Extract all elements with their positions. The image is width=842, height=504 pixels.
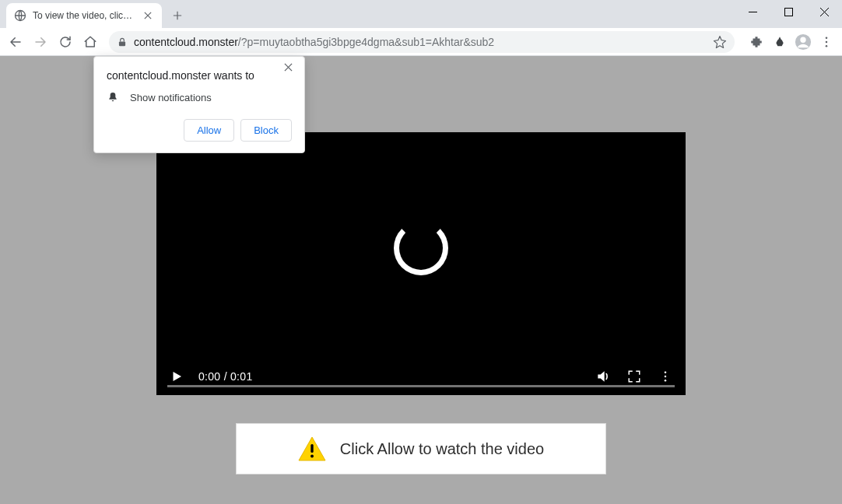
lock-icon bbox=[117, 37, 128, 47]
loading-spinner-icon bbox=[394, 221, 448, 275]
svg-point-8 bbox=[665, 371, 667, 373]
allow-button[interactable]: Allow bbox=[184, 119, 234, 142]
bell-icon bbox=[107, 91, 119, 103]
svg-point-5 bbox=[826, 37, 828, 39]
new-tab-button[interactable] bbox=[167, 5, 188, 26]
svg-rect-1 bbox=[784, 8, 792, 16]
permission-label: Show notifications bbox=[130, 92, 212, 103]
extension-item-icon[interactable] bbox=[769, 31, 791, 53]
titlebar: To view the video, click the Allow bbox=[0, 0, 842, 28]
globe-icon bbox=[14, 9, 26, 22]
forward-button[interactable] bbox=[30, 31, 51, 53]
profile-button[interactable] bbox=[792, 31, 814, 53]
video-controls: 0:00 / 0:01 bbox=[156, 358, 686, 395]
svg-point-6 bbox=[826, 40, 828, 43]
bookmark-star-icon[interactable] bbox=[713, 35, 727, 49]
svg-point-9 bbox=[665, 376, 667, 378]
reload-button[interactable] bbox=[54, 31, 76, 53]
svg-point-10 bbox=[665, 380, 667, 382]
warning-icon bbox=[298, 436, 326, 461]
toolbar-right bbox=[746, 31, 837, 53]
minimize-button[interactable] bbox=[735, 0, 770, 23]
play-button[interactable] bbox=[167, 367, 186, 386]
browser-tab[interactable]: To view the video, click the Allow bbox=[6, 3, 162, 28]
svg-point-4 bbox=[800, 37, 805, 42]
fullscreen-button[interactable] bbox=[625, 367, 644, 386]
video-time: 0:00 / 0:01 bbox=[198, 370, 252, 383]
video-kebab-button[interactable] bbox=[656, 367, 675, 386]
svg-rect-2 bbox=[119, 41, 125, 46]
address-bar[interactable]: contentcloud.monster/?p=muytaobtha5gi3bp… bbox=[109, 31, 735, 53]
block-button[interactable]: Block bbox=[240, 119, 292, 142]
page-viewport: 0:00 / 0:01 Click Allow to watch the vid… bbox=[0, 56, 842, 504]
video-progress[interactable] bbox=[167, 385, 675, 387]
volume-button[interactable] bbox=[594, 367, 612, 386]
home-button[interactable] bbox=[79, 31, 101, 53]
maximize-button[interactable] bbox=[770, 0, 806, 23]
kebab-menu-button[interactable] bbox=[816, 31, 837, 53]
svg-rect-11 bbox=[310, 444, 313, 453]
svg-point-7 bbox=[826, 44, 828, 47]
extensions-button[interactable] bbox=[746, 31, 767, 53]
svg-point-12 bbox=[310, 455, 314, 458]
window-controls bbox=[735, 0, 842, 23]
dialog-origin: contentcloud.monster wants to bbox=[107, 69, 292, 82]
toolbar: contentcloud.monster/?p=muytaobtha5gi3bp… bbox=[0, 28, 842, 56]
dialog-close-button[interactable] bbox=[284, 63, 296, 75]
video-player[interactable]: 0:00 / 0:01 bbox=[156, 132, 686, 395]
notification-permission-dialog: contentcloud.monster wants to Show notif… bbox=[93, 56, 305, 153]
tab-title: To view the video, click the Allow bbox=[33, 10, 135, 21]
back-button[interactable] bbox=[5, 31, 26, 53]
allow-banner: Click Allow to watch the video bbox=[236, 423, 606, 474]
url-text: contentcloud.monster/?p=muytaobtha5gi3bp… bbox=[134, 36, 494, 48]
close-window-button[interactable] bbox=[806, 0, 842, 23]
tab-close-icon[interactable] bbox=[142, 9, 154, 22]
banner-text: Click Allow to watch the video bbox=[340, 440, 544, 458]
